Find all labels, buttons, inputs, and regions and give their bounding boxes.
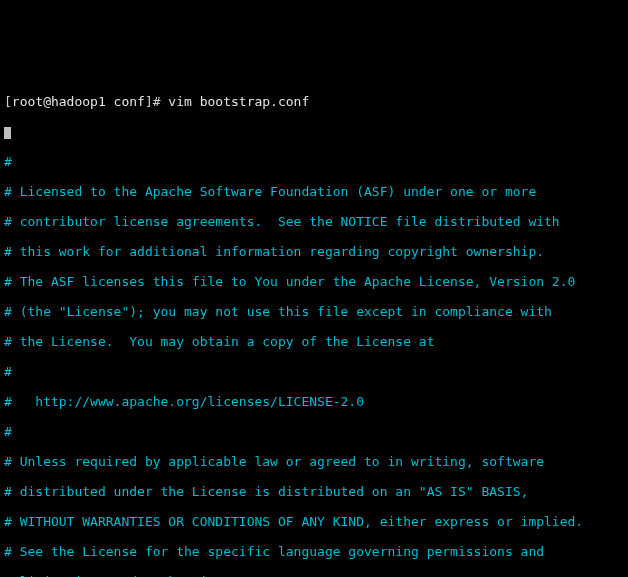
file-line: # The ASF licenses this file to You unde…	[4, 274, 624, 289]
file-line: #	[4, 154, 624, 169]
file-line: # See the License for the specific langu…	[4, 544, 624, 559]
file-line: # WITHOUT WARRANTIES OR CONDITIONS OF AN…	[4, 514, 624, 529]
terminal-viewport[interactable]: [root@hadoop1 conf]# vim bootstrap.conf …	[0, 75, 628, 577]
file-line: # (the "License"); you may not use this …	[4, 304, 624, 319]
file-line: # http://www.apache.org/licenses/LICENSE…	[4, 394, 624, 409]
command-text: vim bootstrap.conf	[161, 94, 310, 109]
prompt-user-host: root@hadoop1 conf	[12, 94, 145, 109]
file-line: # contributor license agreements. See th…	[4, 214, 624, 229]
file-line: #	[4, 424, 624, 439]
prompt-close-bracket: ]#	[145, 94, 161, 109]
cursor-block-icon	[4, 127, 11, 139]
file-line	[4, 124, 624, 139]
prompt-open-bracket: [	[4, 94, 12, 109]
file-line: # the License. You may obtain a copy of …	[4, 334, 624, 349]
file-line: # this work for additional information r…	[4, 244, 624, 259]
file-line: #	[4, 364, 624, 379]
shell-prompt-line: [root@hadoop1 conf]# vim bootstrap.conf	[4, 94, 624, 109]
file-line: # Licensed to the Apache Software Founda…	[4, 184, 624, 199]
file-line: # Unless required by applicable law or a…	[4, 454, 624, 469]
file-line: # distributed under the License is distr…	[4, 484, 624, 499]
